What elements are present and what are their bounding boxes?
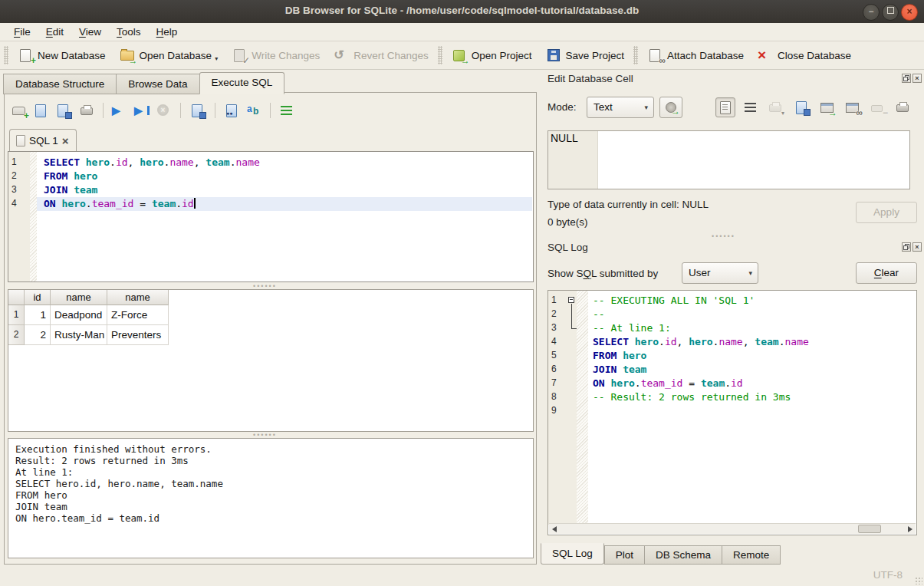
code-text: -- EXECUTING ALL IN 'SQL 1' bbox=[593, 294, 755, 308]
sql-log-title: SQL Log bbox=[547, 242, 588, 253]
scroll-left-icon[interactable] bbox=[549, 524, 560, 534]
dock-tab-sql-log[interactable]: SQL Log bbox=[541, 543, 604, 565]
open-database-button[interactable]: →Open Database▾ bbox=[113, 45, 225, 65]
splitter-handle[interactable]: •••••• bbox=[712, 232, 735, 240]
find-button[interactable]: ●● bbox=[224, 104, 239, 117]
results-grid[interactable]: idnamename11DeadpondZ-Force22Rusty-ManPr… bbox=[8, 289, 534, 432]
text-mode-icon bbox=[718, 100, 733, 114]
tab-browse-data[interactable]: Browse Data bbox=[116, 74, 199, 94]
table-cell[interactable]: Deadpond bbox=[51, 305, 107, 325]
scroll-right-icon[interactable] bbox=[905, 524, 916, 534]
dock-tab-db-schema[interactable]: DB Schema bbox=[644, 545, 722, 565]
table-cell[interactable]: Preventers bbox=[107, 325, 169, 345]
gear-icon bbox=[666, 102, 676, 113]
sql-editor[interactable]: 1SELECT hero.id, hero.name, team.name2FR… bbox=[8, 151, 534, 282]
save-sql-file-button[interactable]: ▾ bbox=[55, 104, 72, 117]
write-changes-label: Write Changes bbox=[252, 50, 320, 61]
table-cell[interactable]: 2 bbox=[25, 325, 51, 345]
menu-item-view[interactable]: View bbox=[71, 25, 109, 39]
mode-select[interactable]: Text ▾ bbox=[587, 97, 654, 118]
save-project-label: Save Project bbox=[566, 50, 625, 61]
apply-mode-button[interactable] bbox=[659, 97, 682, 118]
column-header-id-0[interactable]: id bbox=[25, 290, 51, 305]
column-header-name-2[interactable]: name bbox=[107, 290, 169, 305]
line-number: 7 bbox=[548, 377, 567, 388]
table-cell[interactable]: Rusty-Man bbox=[51, 325, 107, 345]
execute-all-button[interactable]: ▶ bbox=[112, 104, 127, 117]
menu-item-tools[interactable]: Tools bbox=[109, 25, 149, 39]
toolbar-separator bbox=[103, 103, 104, 118]
open-project-button[interactable]: →Open Project bbox=[445, 45, 539, 65]
tab-execute-sql[interactable]: Execute SQL bbox=[199, 72, 285, 94]
new-database-button[interactable]: +New Database bbox=[11, 45, 113, 65]
export-cell-button[interactable]: → bbox=[817, 97, 837, 117]
code-text: -- At line 1: bbox=[593, 321, 671, 335]
minimize-icon[interactable]: − bbox=[863, 4, 880, 21]
dock-tab-remote[interactable]: Remote bbox=[722, 545, 781, 565]
new-sql-tab-button[interactable]: + bbox=[11, 104, 26, 117]
toolbar-group-handle[interactable] bbox=[633, 46, 638, 64]
table-cell[interactable]: Z-Force bbox=[107, 305, 169, 325]
dock-tab-plot[interactable]: Plot bbox=[604, 545, 644, 565]
export-cell-icon: → bbox=[819, 100, 834, 114]
tab-database-structure[interactable]: Database Structure bbox=[3, 74, 116, 94]
save-file-button[interactable] bbox=[791, 97, 811, 117]
print-sql-button[interactable] bbox=[79, 104, 94, 117]
chevron-down-icon[interactable]: ▾ bbox=[215, 55, 218, 62]
word-wrap-icon bbox=[279, 104, 294, 117]
maximize-icon[interactable] bbox=[882, 4, 899, 21]
toolbar-group-handle[interactable] bbox=[438, 46, 442, 64]
line-number: 8 bbox=[548, 391, 567, 402]
line-number: 1 bbox=[8, 156, 30, 167]
word-wrap-button[interactable] bbox=[279, 104, 294, 117]
scrollbar-thumb[interactable] bbox=[858, 525, 881, 533]
row-header[interactable]: 2 bbox=[8, 325, 25, 345]
fold-marker-icon[interactable] bbox=[567, 294, 577, 308]
print-cell-button[interactable] bbox=[893, 97, 912, 117]
attach-database-button[interactable]: ∞Attach Database bbox=[640, 45, 751, 65]
close-sql-tab-icon[interactable]: × bbox=[62, 136, 69, 146]
code-line: 4ON hero.team_id = team.id bbox=[8, 197, 533, 211]
line-number: 9 bbox=[548, 405, 567, 416]
code-line: 2FROM hero bbox=[8, 170, 533, 183]
code-line: 2-- bbox=[548, 308, 916, 321]
sql-editor-tab[interactable]: SQL 1 × bbox=[9, 129, 77, 152]
format-sql-icon: ab bbox=[246, 104, 261, 117]
text-mode-button[interactable] bbox=[715, 97, 735, 117]
menu-item-edit[interactable]: Edit bbox=[38, 25, 71, 39]
edit-cell-title: Edit Database Cell bbox=[547, 73, 633, 84]
log-filter-select[interactable]: User ▾ bbox=[682, 262, 758, 284]
wrap-lines-button[interactable] bbox=[741, 97, 761, 117]
window-title: DB Browser for SQLite - /home/user/code/… bbox=[0, 5, 924, 16]
execute-line-button[interactable]: ▶ bbox=[134, 104, 150, 117]
menu-item-help[interactable]: Help bbox=[149, 25, 186, 39]
save-results-button[interactable]: ▾ bbox=[189, 104, 206, 117]
float-panel-icon[interactable] bbox=[902, 242, 911, 252]
link-cell-button[interactable]: ∞ bbox=[842, 97, 862, 117]
open-sql-file-button[interactable] bbox=[33, 104, 48, 117]
titlebar[interactable]: DB Browser for SQLite - /home/user/code/… bbox=[0, 0, 924, 24]
float-panel-icon[interactable] bbox=[902, 74, 911, 83]
save-project-button[interactable]: Save Project bbox=[539, 45, 632, 65]
write-changes-icon: ✓ bbox=[232, 48, 247, 62]
close-panel-icon[interactable]: × bbox=[912, 242, 922, 252]
format-sql-button[interactable]: ab bbox=[246, 104, 261, 117]
open-project-icon: → bbox=[452, 48, 467, 62]
row-header[interactable]: 1 bbox=[8, 305, 25, 325]
column-header-name-1[interactable]: name bbox=[51, 290, 107, 305]
main-tab-bar: Database StructureBrowse DataExecute SQL bbox=[3, 72, 284, 93]
clear-log-button[interactable]: Clear bbox=[856, 262, 917, 284]
close-icon[interactable]: × bbox=[901, 4, 918, 21]
write-changes-button: ✓Write Changes bbox=[225, 45, 327, 65]
cell-value-editor[interactable]: NULL bbox=[547, 130, 910, 189]
resize-grip[interactable] bbox=[915, 577, 922, 584]
menu-item-file[interactable]: File bbox=[6, 25, 38, 39]
horizontal-scrollbar[interactable] bbox=[549, 523, 916, 534]
close-database-button[interactable]: ×Close Database bbox=[751, 45, 858, 65]
toolbar-group-handle[interactable] bbox=[4, 46, 8, 64]
results-corner-cell[interactable] bbox=[8, 290, 25, 305]
log-filter-value: User bbox=[689, 267, 711, 278]
sql-log-view[interactable]: 1-- EXECUTING ALL IN 'SQL 1'2--3-- At li… bbox=[547, 290, 917, 535]
close-panel-icon[interactable]: × bbox=[912, 74, 922, 83]
table-cell[interactable]: 1 bbox=[25, 305, 51, 325]
